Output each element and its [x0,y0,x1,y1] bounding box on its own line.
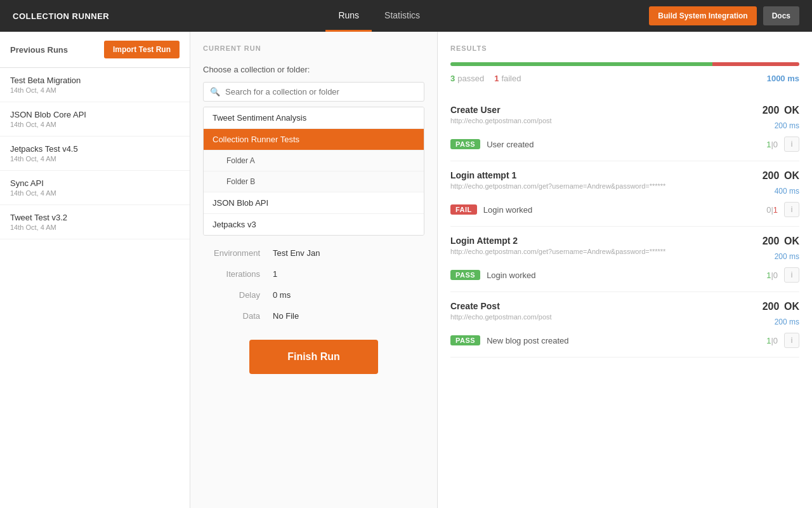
build-system-integration-button[interactable]: Build System Integration [649,6,756,25]
sidebar-item-name: Tweet Test v3.2 [10,213,180,222]
top-nav: COLLECTION RUNNER Runs Statistics Build … [0,0,812,32]
sidebar-item-date: 14th Oct, 4 AM [10,121,180,128]
test-name: User created [487,140,534,149]
result-url: http://echo.getpostman.com/post [450,313,552,321]
result-test-row: PASS Login worked 1|0 i [450,267,799,283]
sidebar-item-date: 14th Oct, 4 AM [10,86,180,94]
tab-runs[interactable]: Runs [325,0,372,32]
collection-item[interactable]: Jetpacks v3 [204,214,424,235]
result-item: Login Attempt 2 http://echo.getpostman.c… [450,227,799,292]
nav-actions: Build System Integration Docs [649,6,799,25]
fail-label: failed [501,74,521,83]
sidebar-items-list: Test Beta Migration14th Oct, 4 AMJSON Bl… [0,68,190,239]
current-run-label: CURRENT RUN [203,44,424,52]
result-item-info: Create Post http://echo.getpostman.com/p… [450,301,552,321]
sidebar-item[interactable]: JSON Blob Core API14th Oct, 4 AM [0,102,190,137]
collection-item[interactable]: Collection Runner Tests [204,129,424,150]
delay-value: 0 ms [273,290,291,300]
info-button[interactable]: i [784,137,799,152]
choose-collection-label: Choose a collection or folder: [203,65,424,74]
result-item: Create Post http://echo.getpostman.com/p… [450,292,799,358]
progress-pass [450,62,712,66]
sidebar-item-date: 14th Oct, 4 AM [10,155,180,163]
search-icon: 🔍 [210,87,220,97]
docs-button[interactable]: Docs [763,6,799,25]
fail-count: 1 [494,74,499,83]
status-code: 200 [763,301,780,312]
result-test-row: FAIL Login worked 0|1 i [450,202,799,217]
result-item-right: 200 OK 400 ms [763,170,799,196]
info-button[interactable]: i [784,202,799,217]
environment-row: Environment Test Env Jan [203,248,424,258]
info-button[interactable]: i [784,333,799,348]
result-item-header: Create Post http://echo.getpostman.com/p… [450,301,799,326]
sidebar-title: Previous Runs [10,45,68,55]
result-item-right: 200 OK 200 ms [763,301,799,326]
collection-item[interactable]: Tweet Sentiment Analysis [204,107,424,129]
sidebar-item-date: 14th Oct, 4 AM [10,224,180,231]
test-counts: 1|0 [766,271,778,280]
result-item: Login attempt 1 http://echo.getpostman.c… [450,161,799,227]
tab-statistics[interactable]: Statistics [372,0,433,32]
results-label: RESULTS [450,44,799,52]
sidebar-item[interactable]: Tweet Test v3.214th Oct, 4 AM [0,205,190,239]
status-code: 200 [763,236,780,246]
status-code: 200 [763,105,780,116]
result-items-list: Create User http://echo.getpostman.com/p… [450,96,799,358]
result-status: 200 OK [763,236,799,247]
collection-item[interactable]: JSON Blob API [204,192,424,214]
progress-bar [450,62,799,66]
sidebar-item[interactable]: Sync API14th Oct, 4 AM [0,171,190,205]
result-test-row: PASS User created 1|0 i [450,137,799,152]
results-panel: RESULTS 3 passed 1 failed 1000 ms Create… [438,32,812,508]
pass-count: 3 [450,74,455,83]
collection-item[interactable]: Folder B [204,171,424,192]
finish-run-button[interactable]: Finish Run [249,340,378,374]
result-item-info: Create User http://echo.getpostman.com/p… [450,105,552,124]
iterations-row: Iterations 1 [203,269,424,279]
main-layout: Previous Runs Import Test Run Test Beta … [0,32,812,508]
result-status: 200 OK [763,170,799,182]
test-counts: 0|1 [766,205,778,215]
result-name: Login attempt 1 [450,170,665,180]
data-label: Data [203,311,260,321]
current-run-panel: CURRENT RUN Choose a collection or folde… [190,32,438,508]
environment-value: Test Env Jan [273,248,320,258]
total-time: 1000 ms [767,74,799,83]
sidebar-item[interactable]: Jetpacks Test v4.514th Oct, 4 AM [0,137,190,171]
result-item-header: Login attempt 1 http://echo.getpostman.c… [450,170,799,196]
result-url: http://echo.getpostman.com/post [450,117,552,124]
sidebar-item-name: Sync API [10,178,180,188]
result-name: Create User [450,105,552,115]
import-test-run-button[interactable]: Import Test Run [104,41,180,58]
search-input[interactable] [225,87,417,97]
results-summary: 3 passed 1 failed 1000 ms [450,74,799,83]
progress-fail [712,62,800,66]
sidebar-item-name: JSON Blob Core API [10,110,180,119]
sidebar: Previous Runs Import Test Run Test Beta … [0,32,190,508]
result-test-row: PASS New blog post created 1|0 i [450,333,799,348]
sidebar-item[interactable]: Test Beta Migration14th Oct, 4 AM [0,68,190,102]
test-badge: PASS [450,270,480,280]
sidebar-header: Previous Runs Import Test Run [0,32,190,68]
result-name: Create Post [450,301,552,311]
finish-btn-container: Finish Run [203,340,424,374]
result-time: 400 ms [775,187,799,196]
delay-row: Delay 0 ms [203,290,424,300]
info-button[interactable]: i [784,267,799,283]
result-time: 200 ms [775,318,799,326]
result-url: http://echo.getpostman.com/get?username=… [450,248,665,255]
collection-item[interactable]: Folder A [204,150,424,171]
test-name: Login worked [483,205,532,215]
result-item-info: Login attempt 1 http://echo.getpostman.c… [450,170,665,190]
test-badge: PASS [450,139,480,149]
result-item-header: Create User http://echo.getpostman.com/p… [450,105,799,130]
result-status: 200 OK [763,105,799,116]
iterations-label: Iterations [203,269,260,279]
content-area: CURRENT RUN Choose a collection or folde… [190,32,812,508]
test-counts: 1|0 [766,336,778,345]
environment-label: Environment [203,248,260,258]
result-item-right: 200 OK 200 ms [763,105,799,130]
status-text: OK [784,236,799,246]
sidebar-item-date: 14th Oct, 4 AM [10,189,180,197]
